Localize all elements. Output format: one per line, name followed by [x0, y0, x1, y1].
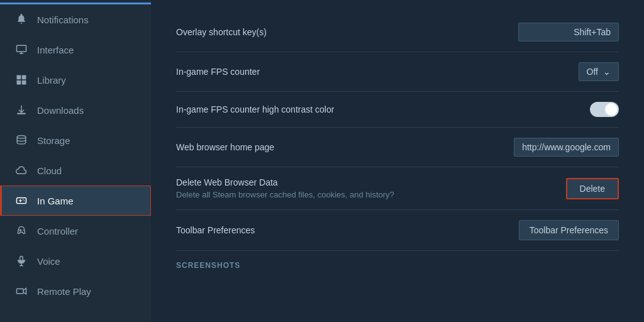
svg-rect-13 — [17, 289, 24, 294]
delete-browser-control: Delete — [566, 178, 619, 199]
fps-contrast-toggle[interactable] — [590, 102, 619, 117]
fps-contrast-label: In-game FPS counter high contrast color — [176, 104, 334, 114]
delete-browser-label-group: Delete Web Browser Data Delete all Steam… — [176, 177, 394, 199]
toolbar-prefs-button[interactable]: Toolbar Preferences — [519, 220, 619, 240]
sidebar-item-library[interactable]: Library — [0, 65, 151, 95]
overlay-shortcut-control: Shift+Tab — [518, 23, 619, 42]
main-content: Overlay shortcut key(s) Shift+Tab In-gam… — [151, 0, 644, 322]
sidebar-item-interface[interactable]: Interface — [0, 35, 151, 65]
setting-delete-browser: Delete Web Browser Data Delete all Steam… — [176, 167, 619, 210]
svg-rect-1 — [17, 45, 26, 52]
sidebar: Notifications Interface Library Download… — [0, 0, 151, 322]
sidebar-item-controller[interactable]: Controller — [0, 216, 151, 246]
sidebar-item-cloud[interactable]: Cloud — [0, 155, 151, 186]
setting-browser-home: Web browser home page http://www.google.… — [176, 128, 619, 167]
svg-rect-5 — [22, 80, 26, 85]
svg-rect-4 — [17, 80, 21, 85]
fps-contrast-control — [590, 102, 619, 117]
chevron-down-icon: ⌄ — [603, 67, 611, 77]
browser-home-control: http://www.google.com — [514, 138, 619, 157]
setting-toolbar-prefs: Toolbar Preferences Toolbar Preferences — [176, 210, 619, 251]
sidebar-label-voice: Voice — [37, 256, 60, 267]
svg-point-11 — [23, 230, 24, 231]
sidebar-item-notifications[interactable]: Notifications — [0, 4, 151, 35]
remoteplay-icon — [14, 284, 28, 298]
toggle-knob — [605, 103, 618, 116]
sidebar-label-controller: Controller — [37, 226, 78, 236]
sidebar-item-storage[interactable]: Storage — [0, 125, 151, 155]
sidebar-label-notifications: Notifications — [37, 14, 89, 25]
overlay-shortcut-label: Overlay shortcut key(s) — [176, 27, 267, 37]
svg-point-9 — [23, 199, 24, 201]
setting-fps-counter: In-game FPS counter Off ⌄ — [176, 52, 619, 92]
storage-icon — [14, 133, 28, 147]
svg-point-10 — [24, 200, 25, 201]
delete-browser-button[interactable]: Delete — [566, 178, 619, 199]
sidebar-item-in-game[interactable]: In Game — [0, 186, 151, 216]
setting-overlay-shortcut: Overlay shortcut key(s) Shift+Tab — [176, 13, 619, 52]
download-icon — [14, 103, 28, 117]
sidebar-item-downloads[interactable]: Downloads — [0, 95, 151, 125]
fps-counter-dropdown[interactable]: Off ⌄ — [579, 62, 619, 81]
sidebar-label-in-game: In Game — [37, 196, 74, 206]
bell-icon — [14, 13, 28, 26]
voice-icon — [14, 254, 28, 268]
browser-home-input[interactable]: http://www.google.com — [514, 138, 619, 157]
ingame-icon — [14, 194, 28, 208]
toolbar-prefs-control: Toolbar Preferences — [519, 220, 619, 240]
sidebar-label-cloud: Cloud — [37, 165, 62, 176]
toolbar-prefs-label: Toolbar Preferences — [176, 225, 255, 235]
sidebar-label-interface: Interface — [37, 45, 74, 55]
browser-home-label: Web browser home page — [176, 142, 274, 152]
sidebar-label-downloads: Downloads — [37, 105, 84, 116]
sidebar-label-storage: Storage — [37, 135, 70, 146]
cloud-icon — [14, 164, 28, 177]
fps-counter-label: In-game FPS counter — [176, 67, 260, 77]
svg-rect-3 — [22, 75, 26, 80]
library-icon — [14, 73, 28, 87]
overlay-shortcut-input[interactable]: Shift+Tab — [518, 23, 619, 42]
sidebar-label-remote-play: Remote Play — [37, 286, 91, 297]
sidebar-item-voice[interactable]: Voice — [0, 246, 151, 276]
sidebar-item-remote-play[interactable]: Remote Play — [0, 276, 151, 306]
controller-icon — [14, 224, 28, 238]
delete-browser-sublabel: Delete all Steam browser cached files, c… — [176, 190, 394, 199]
delete-browser-label: Delete Web Browser Data — [176, 177, 394, 187]
svg-rect-2 — [17, 75, 21, 80]
svg-rect-6 — [17, 113, 26, 114]
setting-fps-contrast: In-game FPS counter high contrast color — [176, 92, 619, 128]
fps-counter-value: Off — [587, 67, 598, 77]
screenshots-header: SCREENSHOTS — [176, 251, 619, 275]
fps-counter-control: Off ⌄ — [579, 62, 619, 81]
svg-point-7 — [17, 136, 26, 139]
monitor-icon — [14, 43, 28, 57]
sidebar-label-library: Library — [37, 75, 66, 86]
